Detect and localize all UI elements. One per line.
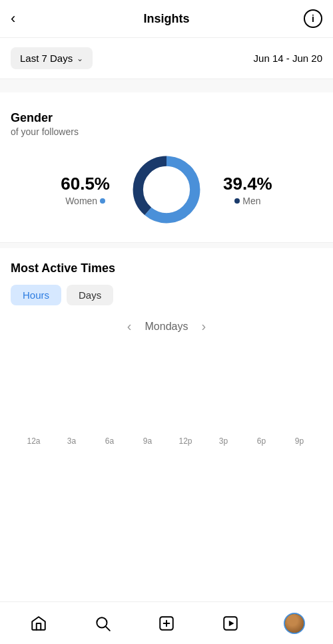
nav-profile[interactable] <box>280 609 309 638</box>
current-day-label: Mondays <box>145 321 188 333</box>
spacer-2 <box>0 92 333 98</box>
bar-label-3: 9a <box>129 436 166 446</box>
avatar-image <box>285 614 304 633</box>
bar-label-5: 3p <box>204 436 242 446</box>
gender-section: Gender of your followers 60.5% Women <box>0 98 333 243</box>
bar-label-4: 12p <box>166 436 204 446</box>
spacer-3 <box>0 243 333 248</box>
donut-chart <box>130 153 203 226</box>
nav-reels[interactable] <box>216 609 245 638</box>
gender-title: Gender <box>11 111 322 125</box>
prev-day-button[interactable]: ‹ <box>127 319 132 334</box>
bar-label-0: 12a <box>15 436 53 446</box>
bottom-nav <box>0 601 333 644</box>
men-stat: 39.4% Men <box>223 174 272 206</box>
men-dot <box>234 198 240 204</box>
tab-row: Hours Days <box>11 285 322 305</box>
spacer-1 <box>0 79 333 92</box>
play-square-icon <box>222 615 239 632</box>
active-times-title: Most Active Times <box>11 261 322 275</box>
women-dot <box>100 198 105 204</box>
home-icon <box>30 615 47 632</box>
women-percentage: 60.5% <box>61 174 110 194</box>
donut-svg <box>130 153 203 226</box>
header: ‹ Insights i <box>0 0 333 38</box>
back-button[interactable]: ‹ <box>11 10 32 27</box>
bar-label-2: 6a <box>91 436 129 446</box>
active-times-section: Most Active Times Hours Days ‹ Mondays ›… <box>0 248 333 459</box>
nav-search[interactable] <box>88 609 117 638</box>
date-filter-label: Last 7 Days <box>20 53 73 64</box>
svg-line-2 <box>106 626 110 630</box>
bar-chart <box>13 346 320 432</box>
bar-label-6: 6p <box>242 436 280 446</box>
nav-home[interactable] <box>24 609 53 638</box>
avatar <box>284 613 305 634</box>
gender-subtitle: of your followers <box>11 126 322 137</box>
tab-days[interactable]: Days <box>67 285 113 305</box>
women-label: Women <box>61 196 110 206</box>
date-bar: Last 7 Days ⌄ Jun 14 - Jun 20 <box>0 38 333 79</box>
search-icon <box>94 615 111 632</box>
date-range-text: Jun 14 - Jun 20 <box>254 53 322 64</box>
men-percentage: 39.4% <box>223 174 272 194</box>
chevron-down-icon: ⌄ <box>77 54 83 63</box>
svg-marker-7 <box>229 620 234 626</box>
page-title: Insights <box>143 12 189 26</box>
men-label: Men <box>223 196 272 206</box>
women-stat: 60.5% Women <box>61 174 110 206</box>
day-nav: ‹ Mondays › <box>11 319 322 334</box>
next-day-button[interactable]: › <box>201 319 206 334</box>
date-filter-button[interactable]: Last 7 Days ⌄ <box>11 47 93 69</box>
gender-chart-row: 60.5% Women 39.4% <box>11 153 322 226</box>
bar-chart-wrapper: 12a3a6a9a12p3p6p9p <box>11 346 322 446</box>
bar-label-1: 3a <box>53 436 91 446</box>
bar-label-7: 9p <box>280 436 318 446</box>
tab-hours[interactable]: Hours <box>11 285 61 305</box>
nav-create[interactable] <box>152 609 181 638</box>
bar-label-row: 12a3a6a9a12p3p6p9p <box>13 436 320 446</box>
plus-square-icon <box>158 615 175 632</box>
info-button[interactable]: i <box>304 9 322 28</box>
